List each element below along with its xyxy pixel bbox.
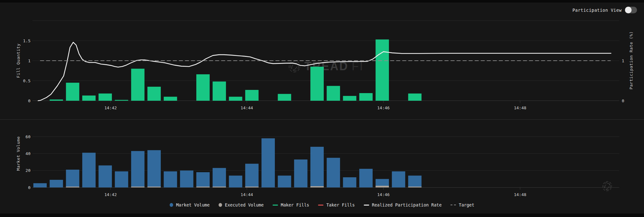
bar [408, 186, 422, 187]
bar [66, 83, 79, 101]
legend-label: Realized Participation Rate [372, 202, 442, 207]
bar [213, 168, 226, 187]
legend-label: Taker Fills [326, 202, 355, 207]
bar [376, 186, 389, 187]
svg-text:1: 1 [28, 58, 31, 63]
bar [229, 176, 242, 187]
bar [196, 74, 210, 101]
svg-text:14:48: 14:48 [514, 192, 526, 197]
bar [33, 183, 47, 187]
svg-text:1: 1 [622, 58, 624, 63]
bar [180, 171, 193, 187]
bar [98, 93, 112, 101]
legend-marker-dash [451, 205, 456, 205]
bar [50, 99, 63, 101]
bar [408, 176, 422, 187]
toggle-knob [625, 7, 632, 13]
bar [327, 158, 340, 187]
bar [50, 180, 63, 187]
bar [147, 150, 161, 187]
fill-quantity-chart-line-realized-participation-rate [38, 42, 611, 101]
bar [229, 97, 242, 101]
participation-view-control: Participation View [573, 7, 637, 13]
participation-view-toggle[interactable] [626, 7, 637, 13]
bar [245, 164, 259, 187]
bar [115, 171, 128, 187]
legend-marker-dot [219, 203, 222, 207]
svg-text:0: 0 [622, 98, 624, 103]
bar [359, 169, 373, 187]
bar [98, 166, 112, 187]
charts-canvas: 00.511.50114:4214:4414:4614:48020406014:… [0, 0, 644, 217]
bar [261, 138, 275, 187]
bar [164, 97, 177, 101]
legend-item-target[interactable]: Target [451, 202, 474, 207]
bar [310, 67, 324, 101]
bar [131, 151, 145, 187]
bar [66, 186, 79, 187]
legend-item-market-volume[interactable]: Market Volume [170, 202, 210, 207]
bar [196, 172, 210, 187]
svg-text:14:48: 14:48 [514, 105, 526, 110]
svg-text:14:44: 14:44 [241, 192, 253, 197]
bar [408, 93, 422, 101]
bar [131, 69, 145, 101]
legend-marker-dot [170, 203, 173, 207]
bar [310, 147, 324, 187]
bar [359, 93, 373, 101]
bar [213, 82, 226, 101]
bar [327, 86, 340, 101]
tread-logo-icon [601, 180, 613, 192]
legend-label: Maker Fills [281, 202, 309, 207]
svg-text:0.5: 0.5 [23, 78, 31, 83]
legend-label: Executed Volume [225, 202, 264, 207]
bar [66, 170, 79, 187]
bar [310, 186, 324, 187]
bar [278, 94, 291, 101]
legend-label: Target [459, 202, 474, 207]
legend-item-executed-volume[interactable]: Executed Volume [219, 202, 264, 207]
market-volume-axis-title: Market Volume [16, 136, 21, 171]
bar [392, 171, 405, 187]
bar [147, 186, 161, 187]
svg-text:0: 0 [28, 185, 31, 190]
market-volume-chart-series-market-volume [33, 138, 422, 187]
legend-item-maker-fills[interactable]: Maker Fills [273, 202, 309, 207]
svg-text:14:44: 14:44 [241, 105, 253, 110]
legend-item-taker-fills[interactable]: Taker Fills [318, 202, 355, 207]
bottom-letterbox [0, 214, 644, 217]
svg-text:14:46: 14:46 [377, 105, 390, 110]
participation-view-label: Participation View [573, 8, 622, 13]
bar [376, 39, 389, 101]
svg-text:14:46: 14:46 [377, 192, 390, 197]
bar [213, 186, 226, 187]
svg-text:14:42: 14:42 [104, 192, 117, 197]
svg-text:14:42: 14:42 [104, 105, 117, 110]
bar [343, 96, 356, 101]
bar [82, 153, 96, 187]
participation-dashboard: TREAD FI 00.511.50114:4214:4414:4614:480… [0, 0, 644, 217]
bar [164, 171, 177, 187]
fill-quantity-axis-title: Fill Quantity [16, 44, 21, 78]
fill-quantity-chart-series-maker-fills [50, 39, 421, 101]
svg-text:20: 20 [25, 168, 31, 173]
bar [115, 100, 128, 101]
top-letterbox [0, 0, 644, 3]
legend-item-realized-participation-rate[interactable]: Realized Participation Rate [364, 202, 442, 207]
bar [294, 159, 308, 187]
svg-text:1.5: 1.5 [23, 38, 31, 43]
bar [147, 87, 161, 101]
legend-marker-line [273, 205, 278, 206]
legend-marker-line [364, 205, 369, 206]
market-volume-chart: 020406014:4214:4414:4614:48 [25, 134, 619, 197]
svg-text:60: 60 [25, 134, 31, 139]
participation-rate-axis-title: Participation Rate (%) [629, 31, 634, 89]
chart-legend: Market VolumeExecuted VolumeMaker FillsT… [0, 202, 644, 207]
bar [196, 186, 210, 187]
bar [245, 186, 259, 187]
bar [131, 186, 145, 187]
svg-text:40: 40 [25, 151, 31, 156]
svg-text:0: 0 [28, 98, 31, 103]
bar [278, 176, 291, 187]
fill-quantity-chart: 00.511.50114:4214:4414:4614:48 [23, 21, 624, 110]
